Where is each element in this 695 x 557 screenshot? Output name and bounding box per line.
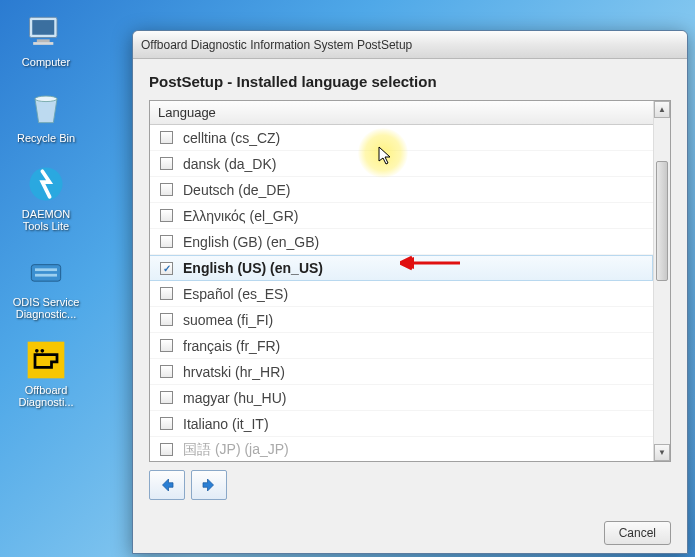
language-label: 国語 (JP) (ja_JP): [183, 441, 289, 459]
language-row[interactable]: celltina (cs_CZ): [150, 125, 653, 151]
language-row[interactable]: Deutsch (de_DE): [150, 177, 653, 203]
language-checkbox[interactable]: [160, 443, 173, 456]
section-title: PostSetup - Installed language selection: [149, 73, 671, 90]
language-checkbox[interactable]: [160, 183, 173, 196]
svg-point-11: [41, 349, 45, 353]
language-label: English (US) (en_US): [183, 260, 323, 276]
daemon-tools-icon: [24, 162, 68, 206]
scrollbar[interactable]: ▲ ▼: [653, 101, 670, 461]
desktop-icon-label: DAEMON Tools Lite: [10, 208, 82, 232]
desktop-icon-label: ODIS Service Diagnostic...: [10, 296, 82, 320]
language-checkbox[interactable]: [160, 131, 173, 144]
language-list: Language celltina (cs_CZ)dansk (da_DK)De…: [149, 100, 671, 462]
language-label: suomea (fi_FI): [183, 312, 273, 328]
svg-rect-7: [35, 268, 57, 271]
arrow-left-icon: [158, 476, 176, 494]
language-row[interactable]: Español (es_ES): [150, 281, 653, 307]
language-label: français (fr_FR): [183, 338, 280, 354]
language-label: celltina (cs_CZ): [183, 130, 280, 146]
language-checkbox[interactable]: [160, 157, 173, 170]
svg-point-10: [35, 349, 39, 353]
desktop-icon-label: Recycle Bin: [17, 132, 75, 144]
scroll-up-button[interactable]: ▲: [654, 101, 670, 118]
language-label: Deutsch (de_DE): [183, 182, 290, 198]
desktop-icon-odis[interactable]: ODIS Service Diagnostic...: [10, 250, 82, 320]
offboard-diag-icon: [24, 338, 68, 382]
svg-rect-3: [33, 42, 53, 45]
language-row[interactable]: magyar (hu_HU): [150, 385, 653, 411]
language-row[interactable]: dansk (da_DK): [150, 151, 653, 177]
svg-rect-9: [28, 342, 65, 379]
arrow-right-icon: [200, 476, 218, 494]
odis-service-icon: [24, 250, 68, 294]
language-checkbox[interactable]: [160, 417, 173, 430]
recycle-bin-icon: [24, 86, 68, 130]
desktop-icons: Computer Recycle Bin DAEMON Tools Lite O…: [10, 10, 82, 408]
desktop-icon-daemon-tools[interactable]: DAEMON Tools Lite: [10, 162, 82, 232]
language-row[interactable]: Italiano (it_IT): [150, 411, 653, 437]
next-button[interactable]: [191, 470, 227, 500]
scroll-down-button[interactable]: ▼: [654, 444, 670, 461]
language-checkbox[interactable]: [160, 365, 173, 378]
language-checkbox[interactable]: [160, 391, 173, 404]
svg-rect-6: [31, 265, 60, 282]
desktop-icon-computer[interactable]: Computer: [10, 10, 82, 68]
svg-point-4: [35, 96, 57, 102]
computer-icon: [24, 10, 68, 54]
language-label: hrvatski (hr_HR): [183, 364, 285, 380]
list-column-header[interactable]: Language: [150, 101, 670, 125]
svg-rect-8: [35, 274, 57, 277]
back-button[interactable]: [149, 470, 185, 500]
language-label: English (GB) (en_GB): [183, 234, 319, 250]
desktop-icon-recycle-bin[interactable]: Recycle Bin: [10, 86, 82, 144]
svg-rect-2: [37, 39, 50, 42]
scroll-thumb[interactable]: [656, 161, 668, 281]
language-checkbox[interactable]: [160, 313, 173, 326]
language-checkbox[interactable]: [160, 339, 173, 352]
language-checkbox[interactable]: [160, 209, 173, 222]
desktop-icon-label: Offboard Diagnosti...: [10, 384, 82, 408]
language-row[interactable]: 国語 (JP) (ja_JP): [150, 437, 653, 461]
dialog-window: Offboard Diagnostic Information System P…: [132, 30, 688, 554]
language-row[interactable]: ✓English (US) (en_US): [150, 255, 653, 281]
language-row[interactable]: English (GB) (en_GB): [150, 229, 653, 255]
language-row[interactable]: français (fr_FR): [150, 333, 653, 359]
window-title: Offboard Diagnostic Information System P…: [141, 38, 412, 52]
language-label: magyar (hu_HU): [183, 390, 286, 406]
language-label: Español (es_ES): [183, 286, 288, 302]
desktop-icon-label: Computer: [22, 56, 70, 68]
language-checkbox[interactable]: [160, 287, 173, 300]
language-label: Ελληνικός (el_GR): [183, 208, 299, 224]
language-row[interactable]: Ελληνικός (el_GR): [150, 203, 653, 229]
desktop-icon-offboard[interactable]: Offboard Diagnosti...: [10, 338, 82, 408]
language-checkbox[interactable]: [160, 235, 173, 248]
language-label: dansk (da_DK): [183, 156, 276, 172]
language-row[interactable]: suomea (fi_FI): [150, 307, 653, 333]
language-row[interactable]: hrvatski (hr_HR): [150, 359, 653, 385]
titlebar[interactable]: Offboard Diagnostic Information System P…: [133, 31, 687, 59]
cancel-button[interactable]: Cancel: [604, 521, 671, 545]
svg-rect-1: [32, 20, 54, 35]
language-label: Italiano (it_IT): [183, 416, 269, 432]
language-checkbox[interactable]: ✓: [160, 262, 173, 275]
